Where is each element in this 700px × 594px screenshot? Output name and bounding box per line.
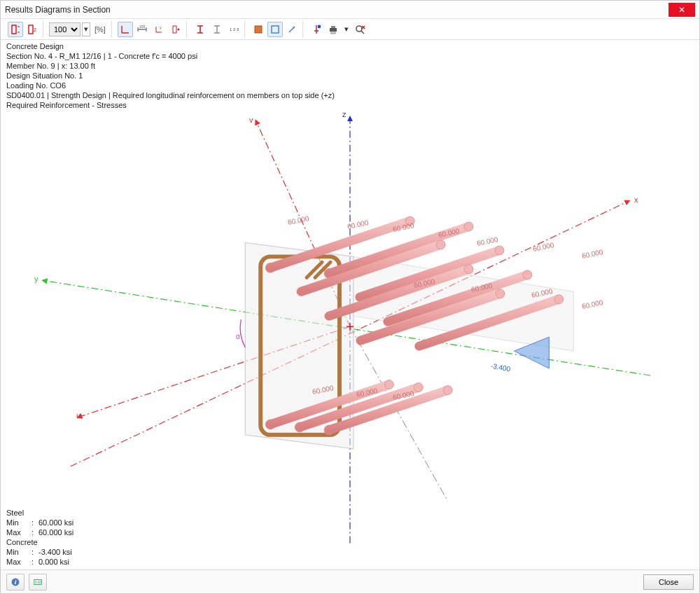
toolbar-group-mode: 2 <box>5 21 43 38</box>
dimensions-toggle-button[interactable]: 100 <box>134 22 150 37</box>
bottombar: ℹ 0,00 Close <box>1 569 699 593</box>
svg-point-44 <box>554 295 564 304</box>
toolbar-group-zoom: 100 ▾ [%] <box>46 21 112 38</box>
legend-value: 0.000 ksi <box>38 557 69 567</box>
legend-value: -3.400 ksi <box>38 547 72 557</box>
svg-line-22 <box>361 31 364 34</box>
svg-point-41 <box>464 265 473 274</box>
svg-text:0,00: 0,00 <box>35 579 42 583</box>
svg-rect-20 <box>331 32 335 34</box>
units-button[interactable]: 0,00 <box>29 574 47 590</box>
svg-point-50 <box>443 386 452 395</box>
axis-u-label: u <box>76 411 80 420</box>
svg-point-42 <box>523 270 532 279</box>
section-outline-button[interactable] <box>209 22 225 37</box>
close-button[interactable]: Close <box>643 574 694 590</box>
svg-text:1 2 3: 1 2 3 <box>230 27 239 32</box>
svg-text:100: 100 <box>139 25 146 29</box>
local-axes-button[interactable]: y <box>151 22 167 37</box>
zoom-control: 100 ▾ [%] <box>49 22 108 36</box>
axis-x-label: x <box>634 195 638 204</box>
toolbar-group-display-1: 100 y <box>115 21 187 38</box>
svg-rect-19 <box>331 26 335 28</box>
values-toggle-button[interactable]: 1 2 3 <box>226 22 241 37</box>
axis-y-label: y <box>34 275 38 283</box>
render-wire-button[interactable] <box>267 22 283 37</box>
svg-rect-14 <box>272 26 279 33</box>
window-title: Results Diagrams in Section <box>5 5 668 15</box>
svg-point-40 <box>495 246 504 255</box>
svg-rect-13 <box>255 26 262 33</box>
axes-toggle-button[interactable] <box>118 22 133 37</box>
svg-rect-10 <box>173 26 176 33</box>
toolbar-group-render <box>248 21 303 38</box>
legend-concrete-header: Concrete <box>6 537 74 547</box>
svg-rect-0 <box>12 25 16 34</box>
legend-label: Min <box>6 547 31 557</box>
legend-label: Max <box>6 557 31 567</box>
legend-block: Steel Min:60.000 ksi Max:60.000 ksi Conc… <box>6 508 74 567</box>
svg-point-46 <box>384 380 393 389</box>
toolbar-group-display-2: 1 2 3 <box>190 21 245 38</box>
svg-point-11 <box>177 28 179 30</box>
section-view-2-button[interactable]: 2 <box>24 22 40 37</box>
show-vectors-button[interactable] <box>284 22 300 37</box>
svg-point-38 <box>464 222 473 231</box>
render-solid-button[interactable] <box>251 22 266 37</box>
section-view-1-button[interactable] <box>8 22 23 37</box>
print-button[interactable] <box>326 22 341 37</box>
print-dropdown-button[interactable]: ▾ <box>342 22 351 37</box>
legend-label: Min <box>6 518 31 527</box>
zoom-dropdown-button[interactable]: ▾ <box>82 22 90 36</box>
find-button[interactable] <box>352 22 368 37</box>
svg-point-43 <box>496 289 505 298</box>
window-close-button[interactable]: ✕ <box>668 3 695 17</box>
help-button[interactable]: ℹ <box>6 574 24 590</box>
window: Results Diagrams in Section ✕ 2 100 ▾ [%… <box>0 0 700 594</box>
axis-z-label: z <box>342 110 346 118</box>
svg-rect-3 <box>29 25 33 34</box>
legend-value: 60.000 ksi <box>38 527 74 537</box>
zoom-select[interactable]: 100 <box>49 22 80 36</box>
svg-text:2: 2 <box>34 27 36 32</box>
svg-rect-18 <box>330 28 337 32</box>
toolbar: 2 100 ▾ [%] 100 y 1 2 3 <box>1 19 699 40</box>
section-shape-button[interactable] <box>192 22 208 37</box>
axis-alpha-label: α <box>236 333 240 340</box>
stress-points-button[interactable] <box>168 22 183 37</box>
svg-text:y: y <box>160 25 162 29</box>
svg-point-21 <box>356 26 362 32</box>
legend-value: 60.000 ksi <box>38 518 74 527</box>
svg-point-17 <box>318 25 321 28</box>
pin-button[interactable] <box>309 22 324 37</box>
canvas-viewport[interactable]: Concrete Design Section No. 4 - R_M1 12/… <box>1 40 699 569</box>
axis-v-label: v <box>249 116 253 124</box>
svg-point-39 <box>436 240 445 249</box>
titlebar: Results Diagrams in Section ✕ <box>1 1 699 19</box>
zoom-unit-label: [%] <box>92 25 108 34</box>
svg-point-48 <box>414 383 423 392</box>
legend-label: Max <box>6 527 31 537</box>
toolbar-group-tools: ▾ <box>306 21 370 38</box>
legend-steel-header: Steel <box>6 508 74 518</box>
